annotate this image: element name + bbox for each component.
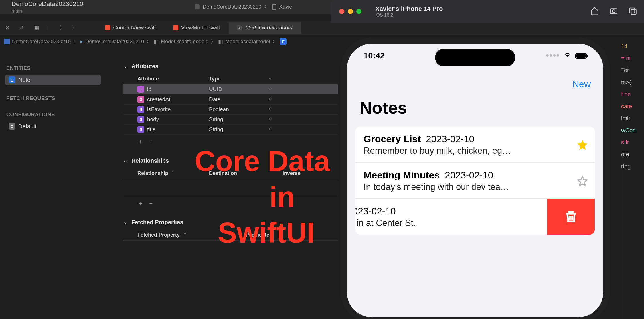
attribute-name: title — [147, 126, 209, 133]
chevron-down-icon: ⌄ — [123, 157, 127, 164]
entity-icon: E — [280, 38, 287, 45]
tab-model[interactable]: ◧ Model.xcdatamodel — [229, 22, 301, 34]
wifi-icon — [564, 51, 571, 60]
app-icon — [195, 4, 200, 9]
code-editor-sliver: 14= niTette>(f necateimitwCons frotering — [621, 37, 644, 319]
sidebar-item-note[interactable]: E Note — [5, 75, 101, 85]
favorite-star-icon[interactable] — [577, 139, 588, 150]
grid-icon[interactable]: ▦ — [32, 23, 42, 32]
screenshot-icon[interactable] — [609, 7, 618, 16]
project-name: DemoCoreData20230210 — [11, 0, 83, 8]
chevron-down-icon: ⌄ — [123, 219, 127, 225]
dynamic-island — [435, 49, 515, 66]
status-time: 10:42 — [364, 51, 385, 60]
tab-viewmodel[interactable]: ViewModel.swift — [165, 22, 229, 34]
attribute-type[interactable]: Date◇ — [209, 96, 283, 103]
plus-icon[interactable]: ＋ — [137, 199, 144, 208]
minus-icon[interactable]: － — [148, 137, 154, 146]
simulator-device-name: Xavier's iPhone 14 Pro — [375, 5, 443, 13]
list-item[interactable]: Grocery List 2023-02-10 Remember to buy … — [355, 127, 595, 163]
svg-rect-3 — [631, 9, 636, 15]
iphone-screen[interactable]: 10:42 •••• New Notes Grocery List 2023-0… — [347, 44, 603, 317]
svg-point-1 — [612, 10, 615, 13]
attribute-type[interactable]: Boolean◇ — [209, 106, 283, 113]
fetched-properties-section-header[interactable]: ⌄ Fetched Properties — [123, 219, 338, 226]
close-icon[interactable] — [339, 9, 344, 14]
attributes-section-header[interactable]: ⌄ Attributes — [123, 63, 338, 70]
simulator-os-version: iOS 16.2 — [375, 13, 443, 18]
favorite-star-icon[interactable] — [577, 176, 588, 186]
type-badge-icon: D — [137, 96, 144, 103]
home-icon[interactable] — [590, 7, 599, 16]
note-date: 2023-02-10 — [355, 206, 396, 217]
config-icon: C — [9, 123, 15, 130]
attribute-type[interactable]: String◇ — [209, 126, 283, 133]
tab-contentview[interactable]: ContentView.swift — [96, 22, 165, 34]
note-date: 2023-02-10 — [445, 170, 493, 181]
attribute-row[interactable]: S title String◇ — [123, 125, 338, 135]
branch-name: main — [11, 8, 83, 14]
svg-rect-2 — [630, 8, 635, 13]
plus-icon[interactable]: ＋ — [137, 137, 144, 146]
close-icon[interactable]: ✕ — [3, 23, 12, 32]
note-title: Meeting Minutes — [364, 170, 440, 181]
add-remove-relationship[interactable]: ＋ － — [123, 196, 338, 208]
configurations-heading: CONFIGURATIONS — [6, 112, 101, 118]
add-remove-attribute[interactable]: ＋ － — [123, 135, 338, 146]
attribute-type[interactable]: UUID◇ — [209, 86, 283, 92]
datamodel-icon: ◧ — [154, 38, 159, 45]
entities-heading: ENTITIES — [6, 65, 101, 71]
delete-action-button[interactable] — [547, 199, 595, 235]
relationships-section-header[interactable]: ⌄ Relationships — [123, 157, 338, 164]
attribute-column-headers: Attribute Type⌄ — [123, 73, 338, 84]
page-title: Notes — [359, 98, 407, 118]
attribute-row[interactable]: B isFavorite Boolean◇ — [123, 105, 338, 115]
window-icon[interactable] — [628, 7, 637, 16]
simulator-window-titlebar[interactable]: Xavier's iPhone 14 Pro iOS 16.2 — [331, 0, 644, 23]
attribute-row[interactable]: I id UUID◇ — [123, 84, 338, 94]
folder-icon: ▸ — [80, 38, 83, 45]
type-badge-icon: S — [137, 126, 144, 133]
minimize-icon[interactable] — [348, 9, 353, 14]
entity-icon: E — [9, 76, 15, 83]
note-body: M check in at Center St. — [355, 218, 540, 228]
relationship-column-headers: Relationship⌃ Destination Inverse — [123, 168, 338, 179]
attribute-name: id — [147, 86, 209, 92]
zoom-icon[interactable] — [356, 9, 361, 14]
traffic-lights[interactable] — [339, 9, 361, 14]
chevron-down-icon: ⌄ — [123, 63, 127, 69]
swift-icon — [173, 25, 178, 30]
attribute-row[interactable]: D createdAt Date◇ — [123, 94, 338, 105]
attribute-type[interactable]: String◇ — [209, 116, 283, 123]
swift-icon — [105, 25, 110, 30]
chevron-down-icon[interactable]: ⌄ — [268, 76, 272, 82]
expand-icon[interactable]: ⤢ — [17, 23, 26, 32]
nav-back-icon[interactable]: 〈 — [54, 23, 64, 32]
note-title: Grocery List — [364, 133, 421, 145]
fetched-property-column-headers: Fetched Property⌃ Predicate — [123, 229, 338, 241]
new-note-button[interactable]: New — [572, 79, 591, 90]
note-date: 2023-02-10 — [426, 134, 474, 145]
tab-bar: ContentView.swift ViewModel.swift ◧ Mode… — [96, 22, 301, 34]
note-body: In today's meeting with our dev tea… — [364, 182, 574, 192]
outline-sidebar: ENTITIES E Note FETCH REQUESTS CONFIGURA… — [0, 49, 106, 319]
minus-icon[interactable]: － — [148, 199, 154, 208]
fetch-requests-heading: FETCH REQUESTS — [6, 95, 101, 101]
model-editor: ⌄ Attributes Attribute Type⌄ I id UUID◇D… — [106, 49, 338, 319]
datamodel-icon: ◧ — [237, 25, 242, 30]
nav-fwd-icon[interactable]: 〉 — [70, 23, 79, 32]
chevron-up-icon[interactable]: ⌃ — [183, 232, 187, 238]
attribute-name: isFavorite — [147, 106, 209, 113]
note-body: Remember to buy milk, chicken, eg… — [364, 146, 574, 156]
attribute-name: body — [147, 116, 209, 123]
battery-icon — [575, 53, 587, 59]
type-badge-icon: B — [137, 106, 144, 113]
device-icon — [272, 4, 276, 10]
iphone-device-frame: 10:42 •••• New Notes Grocery List 2023-0… — [341, 37, 610, 319]
sidebar-item-default[interactable]: C Default — [5, 121, 101, 131]
chevron-up-icon[interactable]: ⌃ — [171, 170, 175, 176]
notes-list[interactable]: Grocery List 2023-02-10 Remember to buy … — [355, 127, 595, 235]
list-item[interactable]: nder 2023-02-10 M check in at Center St. — [355, 199, 595, 235]
list-item[interactable]: Meeting Minutes 2023-02-10 In today's me… — [355, 163, 595, 199]
attribute-row[interactable]: S body String◇ — [123, 115, 338, 125]
